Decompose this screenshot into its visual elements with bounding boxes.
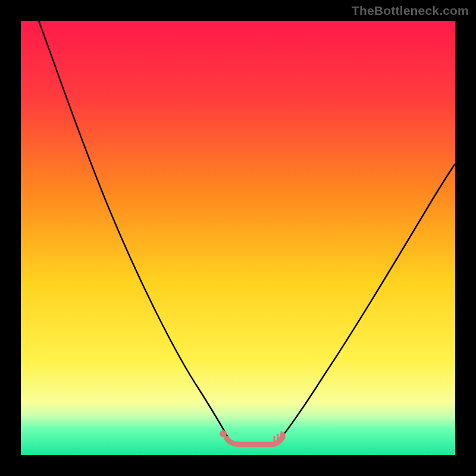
chart-curves: [21, 21, 455, 455]
right-curve-path: [281, 164, 455, 437]
chart-frame: [21, 21, 455, 455]
marker-dot: [220, 430, 227, 437]
watermark-text: TheBottleneck.com: [352, 4, 469, 18]
left-curve-path: [39, 21, 228, 437]
